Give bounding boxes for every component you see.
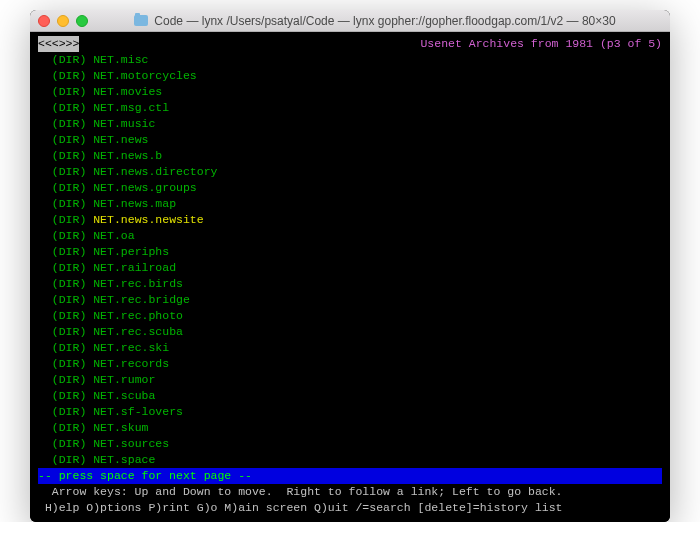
entry-name[interactable]: NET.periphs: [93, 245, 169, 258]
indent: [38, 452, 52, 468]
terminal-body[interactable]: <<<>>> Usenet Archives from 1981 (p3 of …: [30, 32, 670, 522]
list-item[interactable]: (DIR) NET.misc: [38, 52, 662, 68]
titlebar: Code — lynx /Users/psatyal/Code — lynx g…: [30, 10, 670, 32]
entry-type: (DIR): [52, 309, 87, 322]
folder-icon: [134, 15, 148, 26]
entry-name[interactable]: NET.records: [93, 357, 169, 370]
list-item[interactable]: (DIR) NET.movies: [38, 84, 662, 100]
entry-type: (DIR): [52, 53, 87, 66]
entry-name[interactable]: NET.rec.birds: [93, 277, 183, 290]
list-item[interactable]: (DIR) NET.rec.photo: [38, 308, 662, 324]
list-item[interactable]: (DIR) NET.rec.bridge: [38, 292, 662, 308]
entry-name[interactable]: NET.news.groups: [93, 181, 197, 194]
indent: [38, 372, 52, 388]
entry-type: (DIR): [52, 149, 87, 162]
indent: [38, 52, 52, 68]
entry-name[interactable]: NET.rec.bridge: [93, 293, 190, 306]
entry-name[interactable]: NET.skum: [93, 421, 148, 434]
minimize-icon[interactable]: [57, 15, 69, 27]
entry-type: (DIR): [52, 165, 87, 178]
entry-name[interactable]: NET.msg.ctl: [93, 101, 169, 114]
indent: [38, 404, 52, 420]
list-item[interactable]: (DIR) NET.news: [38, 132, 662, 148]
close-icon[interactable]: [38, 15, 50, 27]
nav-brackets: <<<>>>: [38, 36, 79, 52]
list-item[interactable]: (DIR) NET.scuba: [38, 388, 662, 404]
entry-type: (DIR): [52, 229, 87, 242]
list-item[interactable]: (DIR) NET.records: [38, 356, 662, 372]
indent: [38, 116, 52, 132]
help-line-1: Arrow keys: Up and Down to move. Right t…: [38, 484, 662, 500]
entry-name[interactable]: NET.misc: [93, 53, 148, 66]
indent: [38, 148, 52, 164]
indent: [38, 212, 52, 228]
entry-name[interactable]: NET.rec.scuba: [93, 325, 183, 338]
entry-name[interactable]: NET.sf-lovers: [93, 405, 183, 418]
list-item[interactable]: (DIR) NET.rumor: [38, 372, 662, 388]
list-item[interactable]: (DIR) NET.periphs: [38, 244, 662, 260]
list-item[interactable]: (DIR) NET.news.groups: [38, 180, 662, 196]
list-item[interactable]: (DIR) NET.news.directory: [38, 164, 662, 180]
indent: [38, 436, 52, 452]
list-item[interactable]: (DIR) NET.sources: [38, 436, 662, 452]
list-item[interactable]: (DIR) NET.motorcycles: [38, 68, 662, 84]
traffic-lights: [38, 15, 88, 27]
list-item[interactable]: (DIR) NET.news.b: [38, 148, 662, 164]
entry-name[interactable]: NET.rec.ski: [93, 341, 169, 354]
header-row: <<<>>> Usenet Archives from 1981 (p3 of …: [38, 36, 662, 52]
entry-name[interactable]: NET.oa: [93, 229, 134, 242]
list-item[interactable]: (DIR) NET.oa: [38, 228, 662, 244]
entry-name[interactable]: NET.news.b: [93, 149, 162, 162]
indent: [38, 84, 52, 100]
indent: [38, 356, 52, 372]
list-item[interactable]: (DIR) NET.news.map: [38, 196, 662, 212]
terminal-window: Code — lynx /Users/psatyal/Code — lynx g…: [30, 10, 670, 522]
entry-type: (DIR): [52, 341, 87, 354]
entry-type: (DIR): [52, 325, 87, 338]
indent: [38, 388, 52, 404]
entry-name[interactable]: NET.scuba: [93, 389, 155, 402]
indent: [38, 276, 52, 292]
entry-type: (DIR): [52, 261, 87, 274]
entry-name[interactable]: NET.sources: [93, 437, 169, 450]
list-item[interactable]: (DIR) NET.rec.ski: [38, 340, 662, 356]
entry-name[interactable]: NET.news.map: [93, 197, 176, 210]
page-heading: Usenet Archives from 1981 (p3 of 5): [420, 36, 662, 52]
entry-name[interactable]: NET.rec.photo: [93, 309, 183, 322]
list-item[interactable]: (DIR) NET.rec.scuba: [38, 324, 662, 340]
list-item[interactable]: (DIR) NET.space: [38, 452, 662, 468]
entry-name[interactable]: NET.news.directory: [93, 165, 217, 178]
list-item[interactable]: (DIR) NET.music: [38, 116, 662, 132]
prompt-bar: -- press space for next page --: [38, 468, 662, 484]
indent: [38, 308, 52, 324]
list-item[interactable]: (DIR) NET.sf-lovers: [38, 404, 662, 420]
list-item[interactable]: (DIR) NET.msg.ctl: [38, 100, 662, 116]
indent: [38, 260, 52, 276]
entry-type: (DIR): [52, 133, 87, 146]
entry-type: (DIR): [52, 293, 87, 306]
entry-type: (DIR): [52, 213, 87, 226]
entry-name[interactable]: NET.music: [93, 117, 155, 130]
indent: [38, 228, 52, 244]
entry-name[interactable]: NET.news: [93, 133, 148, 146]
list-item[interactable]: (DIR) NET.rec.birds: [38, 276, 662, 292]
entry-name[interactable]: NET.motorcycles: [93, 69, 197, 82]
entry-type: (DIR): [52, 69, 87, 82]
entry-type: (DIR): [52, 437, 87, 450]
list-item[interactable]: (DIR) NET.news.newsite: [38, 212, 662, 228]
entry-type: (DIR): [52, 421, 87, 434]
list-item[interactable]: (DIR) NET.skum: [38, 420, 662, 436]
window-title-wrap: Code — lynx /Users/psatyal/Code — lynx g…: [88, 14, 662, 28]
indent: [38, 196, 52, 212]
entry-name[interactable]: NET.movies: [93, 85, 162, 98]
entry-type: (DIR): [52, 405, 87, 418]
entry-name[interactable]: NET.space: [93, 453, 155, 466]
entry-name[interactable]: NET.railroad: [93, 261, 176, 274]
list-item[interactable]: (DIR) NET.railroad: [38, 260, 662, 276]
maximize-icon[interactable]: [76, 15, 88, 27]
indent: [38, 292, 52, 308]
entry-type: (DIR): [52, 389, 87, 402]
window-title: Code — lynx /Users/psatyal/Code — lynx g…: [154, 14, 615, 28]
entry-name[interactable]: NET.rumor: [93, 373, 155, 386]
entry-name[interactable]: NET.news.newsite: [93, 213, 203, 226]
